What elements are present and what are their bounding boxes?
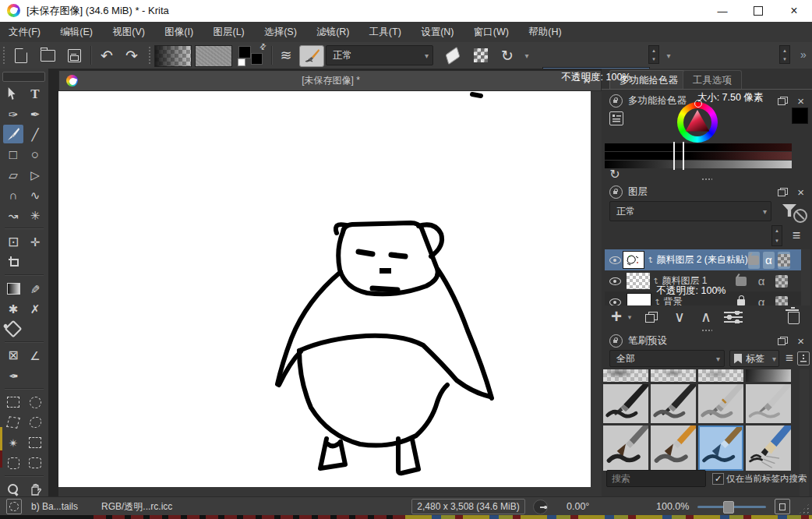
- gradient-chooser-button[interactable]: [154, 45, 192, 67]
- open-document-button[interactable]: [37, 45, 58, 65]
- toolbar-overflow-button[interactable]: »: [796, 45, 810, 64]
- default-colors-swatch[interactable]: [238, 58, 245, 66]
- move-layer-up-button[interactable]: ∧: [697, 305, 715, 327]
- canvas-hscrollbar[interactable]: ◄ ►: [58, 487, 602, 496]
- tool-multibrush[interactable]: ✳: [25, 206, 45, 224]
- tool-measure[interactable]: ∠: [25, 346, 45, 365]
- add-layer-chevron[interactable]: ▾: [625, 312, 634, 323]
- refresh-history-button[interactable]: ↻: [608, 167, 622, 181]
- rotation-dial[interactable]: [533, 500, 548, 514]
- redo-button[interactable]: ↷: [122, 45, 142, 65]
- tool-freehand-brush[interactable]: [3, 125, 23, 143]
- brush-preset-item[interactable]: [651, 384, 696, 423]
- new-document-button[interactable]: [11, 45, 31, 65]
- brush-tag-filter-select[interactable]: 全部 ▾: [609, 350, 725, 367]
- layer-blend-mode-select[interactable]: 正常 ▾: [609, 201, 771, 221]
- tool-gradient[interactable]: [3, 279, 23, 298]
- brush-option-button[interactable]: ≋: [276, 45, 296, 65]
- color-wheel[interactable]: [677, 102, 718, 143]
- search-scope-checkbox[interactable]: ✓: [712, 473, 724, 485]
- tab-tool-options[interactable]: 工具选项: [683, 70, 742, 90]
- opacity-options-chevron[interactable]: ▾: [662, 48, 675, 62]
- tool-transform[interactable]: ⊡: [3, 232, 23, 251]
- tool-similar-color-select[interactable]: ✴: [3, 433, 23, 452]
- opacity-spinner[interactable]: ▲ ▼: [648, 45, 659, 64]
- alpha-lock-toggle[interactable]: α: [763, 252, 775, 269]
- menu-image[interactable]: 图像(I): [156, 22, 202, 42]
- brush-search-input[interactable]: [606, 470, 706, 487]
- tool-smart-patch[interactable]: ✱: [3, 299, 23, 318]
- duplicate-layer-button[interactable]: [644, 310, 659, 324]
- tool-bezier-curve[interactable]: ∩: [3, 185, 23, 204]
- brush-details-view-button[interactable]: [796, 351, 810, 366]
- selection-mode-indicator[interactable]: [6, 499, 22, 514]
- tool-dynamic-brush[interactable]: ↝: [3, 206, 23, 224]
- delete-layer-button[interactable]: [786, 307, 801, 326]
- no-color-button[interactable]: [793, 209, 807, 223]
- brush-preset-item[interactable]: [698, 384, 743, 423]
- brush-editor-button[interactable]: [299, 45, 324, 67]
- reload-preset-button[interactable]: ↻: [497, 45, 517, 65]
- reload-options-chevron[interactable]: ▾: [521, 48, 533, 62]
- inherit-alpha-toggle[interactable]: [773, 273, 790, 290]
- layer-row-selected[interactable]: ↩ 颜料图层 2 (来自粘贴) α: [605, 249, 801, 270]
- brush-preset-item[interactable]: [603, 384, 648, 423]
- canvas-vscrollbar[interactable]: ▲ ▼: [591, 91, 602, 487]
- layer-lock-toggle[interactable]: [748, 252, 760, 269]
- tool-line[interactable]: ╱: [25, 125, 45, 143]
- spin-up-icon[interactable]: ▲: [649, 46, 658, 55]
- tool-enclose-fill[interactable]: ⊠: [3, 346, 23, 365]
- tag-button[interactable]: 标签 ▾: [729, 350, 779, 367]
- brush-preset-item[interactable]: [698, 369, 743, 382]
- color-bar-saturation[interactable]: [605, 152, 792, 160]
- foreground-background-colors[interactable]: ⇄: [237, 44, 265, 66]
- brush-preset-item[interactable]: [746, 384, 791, 423]
- brush-preset-item[interactable]: [603, 425, 648, 471]
- tool-select-shapes[interactable]: [3, 84, 23, 103]
- layer-opacity-spinner[interactable]: ▲ ▼: [771, 225, 782, 246]
- brush-preset-item[interactable]: [651, 425, 696, 471]
- tool-move[interactable]: ✛: [25, 232, 45, 251]
- menu-tools[interactable]: 工具(T): [361, 22, 410, 42]
- menu-file[interactable]: 文件(F): [0, 22, 49, 42]
- pattern-chooser-button[interactable]: [195, 45, 232, 67]
- tool-ellipse-select[interactable]: [25, 393, 45, 411]
- tool-rectangle[interactable]: □: [3, 145, 23, 164]
- undo-button[interactable]: ↶: [97, 45, 117, 65]
- menu-settings[interactable]: 设置(N): [412, 22, 462, 42]
- tool-rect-select[interactable]: [3, 393, 23, 411]
- brush-preset-item[interactable]: [746, 369, 791, 382]
- menu-edit[interactable]: 编辑(E): [51, 22, 101, 42]
- float-docker-icon[interactable]: [778, 188, 788, 196]
- layers-header[interactable]: 图层 ×: [609, 184, 804, 199]
- float-docker-icon[interactable]: [778, 337, 788, 345]
- brush-preset-item[interactable]: [746, 425, 791, 471]
- save-button[interactable]: [64, 45, 84, 65]
- blending-mode-select[interactable]: 正常 ▾: [326, 45, 433, 65]
- color-bar-hue[interactable]: [605, 143, 792, 151]
- tool-reference-images[interactable]: ✒: [3, 366, 23, 385]
- spin-up-icon[interactable]: ▲: [780, 46, 789, 55]
- tool-colorize-mask[interactable]: ✗: [25, 299, 45, 318]
- brush-view-menu-button[interactable]: ≡: [782, 350, 796, 367]
- visibility-eye-icon[interactable]: [609, 254, 618, 267]
- toolbox-header[interactable]: [2, 72, 45, 82]
- tool-crop[interactable]: [3, 252, 23, 271]
- tool-calligraphy[interactable]: ✒: [25, 104, 45, 123]
- tool-color-picker[interactable]: ✐: [25, 279, 45, 298]
- close-docker-icon[interactable]: ×: [797, 335, 804, 347]
- brush-preset-item[interactable]: [651, 369, 696, 382]
- tool-ellipse[interactable]: ○: [25, 145, 45, 164]
- foreground-color-swatch[interactable]: [238, 46, 251, 58]
- fit-page-button[interactable]: [775, 499, 790, 514]
- tool-magnetic-select[interactable]: [25, 454, 45, 472]
- tool-polygon[interactable]: ▱: [3, 165, 23, 184]
- spin-down-icon[interactable]: ▼: [780, 55, 789, 63]
- maximize-button[interactable]: [740, 0, 776, 22]
- tool-freehand-path[interactable]: ∿: [25, 185, 45, 204]
- layer-options-menu-button[interactable]: ≡: [787, 227, 806, 244]
- spin-down-icon[interactable]: ▼: [772, 236, 782, 246]
- lock-icon[interactable]: [609, 185, 623, 199]
- brush-presets-header[interactable]: 笔刷预设 ×: [609, 333, 804, 348]
- opacity-slider[interactable]: 不透明度: 100%: [542, 67, 650, 87]
